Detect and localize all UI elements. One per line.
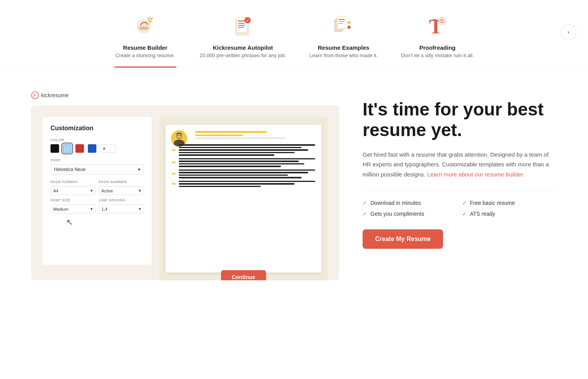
feature-item-autopilot[interactable]: ✓ Kickresume Autopilot 20,000 pre-writte… [200, 12, 286, 68]
font-label: FONT [51, 158, 144, 162]
page-format-label: PAGE FORMAT [51, 180, 96, 184]
feature-item-examples[interactable]: Resume Examples Learn from those who mad… [309, 12, 378, 68]
color-more-dropdown[interactable]: ▾ [100, 144, 116, 153]
feature-desc-proofreading: Don't let a silly mistake ruin it all. [401, 52, 474, 58]
resume-body-lines [172, 144, 315, 187]
line-spacing-label: LINE SPACING [99, 198, 144, 202]
feature-title-examples: Resume Examples [318, 44, 370, 51]
builder-frame: Customization COLOR ▾ FONT Helvetica Neu… [31, 105, 339, 280]
resume-section-3 [172, 169, 315, 178]
kickresume-logo: kickresume [31, 91, 339, 99]
feature-check-3: ✓ Gets you compliments [363, 211, 457, 217]
learn-more-link[interactable]: Learn more about our resume builder. [427, 171, 525, 178]
svg-text:S: S [440, 18, 443, 24]
cursor-indicator: ↖ [66, 217, 159, 227]
autopilot-icon: ✓ [229, 12, 257, 40]
svg-point-30 [178, 135, 179, 136]
feature-item-resume-builder[interactable]: Resume Builder Create a stunning resume. [114, 12, 176, 68]
customization-title: Customization [51, 125, 144, 132]
page-number-label: PAGE NUMBER [99, 180, 144, 184]
svg-line-4 [148, 18, 148, 19]
color-label: COLOR [51, 138, 144, 142]
svg-point-22 [347, 26, 351, 29]
svg-line-6 [152, 18, 152, 19]
font-select[interactable]: Helvetica Neue ▾ [51, 164, 144, 175]
resume-section-1 [172, 144, 315, 156]
font-row: FONT Helvetica Neue ▾ [51, 158, 144, 175]
check-icon-1: ✓ [363, 200, 367, 206]
page-format-select[interactable]: A4 ▾ [51, 186, 96, 195]
check-icon-3: ✓ [363, 211, 367, 217]
feature-desc-autopilot: 20,000 pre-written phrases for any job. [200, 52, 286, 58]
logo-icon [31, 91, 39, 99]
nav-next-button[interactable]: › [561, 24, 576, 40]
feature-text-2: Free basic resume [470, 200, 515, 206]
font-size-value: Medium [53, 207, 68, 211]
resume-header-lines [195, 131, 315, 139]
page-number-group: PAGE NUMBER Active ▾ [99, 180, 144, 195]
feature-check-2: ✓ Free basic resume [462, 200, 557, 206]
font-value: Helvetica Neue [54, 167, 85, 172]
check-icon-4: ✓ [462, 211, 467, 217]
feature-title-proofreading: Proofreading [419, 44, 455, 51]
page-format-value: A4 [53, 189, 58, 193]
color-black[interactable] [51, 144, 59, 153]
font-size-group: FONT SIZE Medium ▾ [51, 198, 96, 213]
feature-nav: Resume Builder Create a stunning resume.… [0, 0, 588, 68]
line-spacing-group: LINE SPACING 1,4 ▾ [99, 198, 144, 213]
divider [363, 190, 557, 190]
svg-point-3 [148, 19, 152, 23]
feature-text-3: Gets you compliments [370, 211, 424, 217]
continue-button[interactable]: Continue [221, 270, 266, 280]
form-grid: PAGE FORMAT A4 ▾ PAGE NUMBER Active ▾ [51, 180, 144, 213]
feature-text-1: Download in minutes [370, 200, 421, 206]
svg-rect-2 [140, 27, 148, 29]
font-size-label: FONT SIZE [51, 198, 96, 202]
page-format-group: PAGE FORMAT A4 ▾ [51, 180, 96, 195]
cta-button[interactable]: Create My Resume [363, 229, 443, 249]
svg-point-31 [180, 135, 181, 136]
main-body: Get hired fast with a resume that grabs … [363, 150, 557, 180]
main-headline: It's time for your best resume yet. [363, 99, 557, 140]
resume-preview-container: Continue [159, 117, 328, 280]
svg-point-21 [347, 21, 351, 24]
color-blue-light[interactable] [63, 144, 72, 153]
resume-section-4 [172, 181, 315, 187]
svg-rect-17 [337, 16, 346, 29]
resume-section-2 [172, 158, 315, 167]
svg-text:✓: ✓ [246, 18, 249, 23]
right-panel: It's time for your best resume yet. Get … [363, 91, 557, 249]
proofreading-icon: T S [424, 12, 452, 40]
examples-icon [330, 12, 358, 40]
font-size-select[interactable]: Medium ▾ [51, 204, 96, 213]
resume-builder-icon [131, 12, 159, 40]
left-panel: kickresume Customization COLOR ▾ FONT [31, 91, 339, 280]
color-row: ▾ [51, 144, 144, 153]
feature-text-4: ATS ready [470, 211, 495, 217]
feature-item-proofreading[interactable]: T S Proofreading Don't let a silly mista… [401, 12, 474, 68]
line-spacing-select[interactable]: 1,4 ▾ [99, 204, 144, 213]
feature-title-autopilot: Kickresume Autopilot [213, 44, 273, 51]
page-number-value: Active [101, 189, 113, 193]
feature-check-1: ✓ Download in minutes [363, 200, 457, 206]
resume-page [166, 125, 321, 272]
check-icon-2: ✓ [462, 200, 467, 206]
line-spacing-value: 1,4 [101, 207, 107, 211]
customization-panel: Customization COLOR ▾ FONT Helvetica Neu… [43, 117, 152, 265]
color-blue-dark[interactable] [88, 144, 96, 153]
feature-check-4: ✓ ATS ready [462, 211, 557, 217]
feature-title-resume-builder: Resume Builder [123, 44, 168, 51]
main-content: kickresume Customization COLOR ▾ FONT [0, 68, 588, 304]
color-red[interactable] [75, 144, 84, 153]
feature-desc-examples: Learn from those who made it. [309, 52, 378, 58]
logo-text: kickresume [41, 92, 69, 98]
feature-desc-resume-builder: Create a stunning resume. [115, 52, 175, 58]
features-grid: ✓ Download in minutes ✓ Free basic resum… [363, 200, 557, 217]
page-number-select[interactable]: Active ▾ [99, 186, 144, 195]
